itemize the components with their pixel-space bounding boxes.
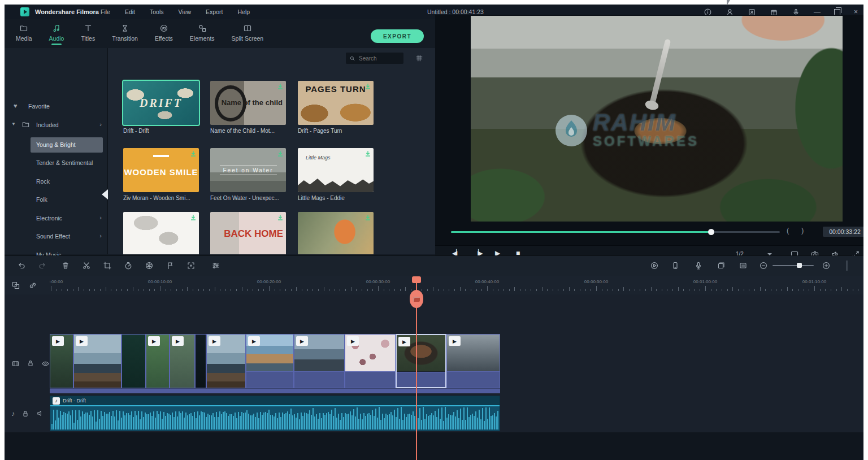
timeline-ruler[interactable]: 00:00:00:0000:00:10:0000:00:20:0000:00:3… <box>5 276 863 294</box>
chroma-key-icon[interactable] <box>166 261 175 270</box>
video-clip[interactable]: ▶ <box>170 334 195 388</box>
undo-icon[interactable] <box>17 261 26 270</box>
video-clip[interactable]: ▶ <box>146 334 170 388</box>
audio-item-wooden-smile[interactable]: WOODEN SMILE <box>123 148 199 192</box>
pages-icon[interactable] <box>716 261 725 270</box>
audio-item-back-home[interactable]: BACK HOME <box>210 212 286 254</box>
tab-audio[interactable]: Audio <box>47 23 67 45</box>
sidebar-item-sound-effect[interactable]: Sound Effect› <box>5 230 107 244</box>
tab-effects[interactable]: Effects <box>153 23 175 45</box>
menu-view[interactable]: View <box>179 8 192 15</box>
audio-track-icon: ♪ <box>11 410 15 418</box>
sidebar-item-young-bright[interactable]: Young & Bright <box>5 138 107 152</box>
sidebar-item-included[interactable]: ▼ Included › <box>5 119 107 132</box>
menu-file[interactable]: File <box>101 8 110 15</box>
link-icon[interactable] <box>28 281 37 290</box>
audio-item-pages-turn[interactable]: PAGES TURN <box>298 81 374 125</box>
audio-clip[interactable]: ♪ Drift - Drift <box>50 396 500 431</box>
video-clip[interactable] <box>195 334 206 388</box>
audio-item-feet-on-water[interactable]: Feet on Water <box>210 148 286 192</box>
video-clip[interactable] <box>121 334 146 388</box>
search-box[interactable] <box>346 53 403 64</box>
track-size-icon[interactable] <box>739 261 748 270</box>
color-wheel-icon[interactable] <box>145 261 154 270</box>
expand-caret-icon[interactable]: ▼ <box>11 121 16 127</box>
playhead-badge[interactable] <box>410 290 423 308</box>
zoom-to-fit-icon[interactable] <box>822 261 831 270</box>
filmora-app-window: Wondershare Filmora File Edit Tools View… <box>5 5 863 460</box>
speaker-icon[interactable] <box>36 409 45 418</box>
preview-video[interactable]: RAHIM SOFTWARES <box>471 16 843 222</box>
tick <box>809 289 809 291</box>
video-clip-selected[interactable]: ▶ <box>396 334 446 388</box>
eye-icon[interactable] <box>41 359 50 368</box>
restore-button[interactable] <box>834 9 840 15</box>
tab-split-screen[interactable]: Split Screen <box>229 23 266 45</box>
speed-icon[interactable] <box>124 261 133 270</box>
phone-icon[interactable] <box>671 261 680 270</box>
export-button[interactable]: EXPORT <box>371 29 424 43</box>
audio-item-orange-coat[interactable] <box>298 212 374 254</box>
preview-seek-handle[interactable] <box>708 229 714 235</box>
tab-media[interactable]: Media <box>14 23 34 45</box>
grid-view-icon[interactable] <box>415 54 423 62</box>
playhead-handle[interactable] <box>412 276 421 283</box>
audio-item-sketch[interactable] <box>123 212 199 254</box>
tick <box>651 287 652 291</box>
preview-seek-bar[interactable] <box>451 231 780 233</box>
voiceover-mic-icon[interactable] <box>694 261 703 270</box>
tick <box>672 289 673 291</box>
sidebar-item-folk[interactable]: Folk <box>5 193 107 207</box>
video-clip[interactable]: ▶ <box>294 334 345 388</box>
lock-icon[interactable] <box>27 359 34 367</box>
tick <box>782 289 782 291</box>
split-scissors-icon[interactable] <box>82 261 91 270</box>
sidebar-item-tender-sentimental[interactable]: Tender & Sentimental <box>5 157 107 170</box>
mark-out-icon[interactable]: ) <box>801 226 804 235</box>
video-clip[interactable]: ▶ <box>206 334 246 388</box>
mark-in-icon[interactable]: ( <box>787 226 789 235</box>
redo-icon[interactable] <box>38 261 47 270</box>
manage-tracks-icon[interactable] <box>11 281 20 290</box>
preview-timecode: 00:00:33:22 <box>823 227 863 237</box>
ruler-label: 00:00:30:00 <box>366 279 390 284</box>
zoom-slider-handle[interactable] <box>797 263 802 268</box>
tick <box>765 289 766 291</box>
music-notes-icon <box>52 24 61 33</box>
tick <box>247 289 248 291</box>
menu-tools[interactable]: Tools <box>150 8 164 15</box>
search-input[interactable] <box>358 55 396 62</box>
audio-mixer-icon[interactable] <box>211 261 220 270</box>
tab-titles[interactable]: Titles <box>79 23 97 45</box>
video-clip[interactable]: ▶ <box>50 334 73 388</box>
delete-icon[interactable] <box>61 261 70 270</box>
render-preview-icon[interactable] <box>650 261 659 270</box>
sidebar-item-electronic[interactable]: Electronic› <box>5 212 107 225</box>
zoom-slider[interactable] <box>772 265 814 266</box>
video-clip[interactable]: ▶ <box>246 334 294 388</box>
video-clip[interactable]: ▶ <box>446 334 500 388</box>
effects-icon <box>159 24 168 33</box>
menu-edit[interactable]: Edit <box>125 8 135 15</box>
tick <box>166 289 166 291</box>
audio-item-drift[interactable]: DRIFT <box>123 81 199 125</box>
scroll-handle[interactable] <box>846 261 848 271</box>
audio-item-name-of-the-child[interactable]: Name of the child <box>210 81 286 125</box>
zoom-out-icon[interactable] <box>759 261 768 270</box>
menu-help[interactable]: Help <box>237 8 250 15</box>
sidebar-item-favorite[interactable]: ♥ Favorite <box>5 100 107 114</box>
motion-tracking-icon[interactable] <box>186 261 196 270</box>
tab-transition[interactable]: Transition <box>110 23 140 45</box>
video-clip[interactable]: ▶ <box>345 334 396 388</box>
video-clip[interactable]: ▶ <box>73 334 121 388</box>
tick <box>242 287 242 291</box>
audio-item-little-mags[interactable]: Little Mags <box>298 148 374 192</box>
sidebar-item-rock[interactable]: Rock <box>5 175 107 189</box>
crop-icon[interactable] <box>103 261 112 270</box>
collapse-panel-arrow[interactable] <box>102 189 108 199</box>
tick <box>411 289 411 291</box>
lock-icon[interactable] <box>21 410 29 418</box>
timeline-toolbar <box>5 255 863 277</box>
tab-elements[interactable]: Elements <box>188 23 217 45</box>
menu-export[interactable]: Export <box>206 8 223 15</box>
